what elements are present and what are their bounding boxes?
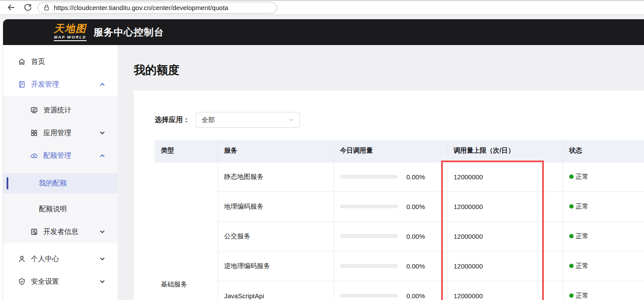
sidebar-item-label: 配额管理	[43, 151, 71, 160]
status-label: 正常	[576, 202, 589, 211]
screen: https://cloudcenter.tianditu.gov.cn/cent…	[0, 0, 644, 300]
quota-card: 选择应用： 全部 类型 服务	[134, 91, 644, 300]
usage-progress-bar	[340, 264, 398, 268]
chevron-down-icon	[99, 279, 105, 285]
sidebar-item-label: 开发者信息	[43, 227, 78, 237]
status-cell: 正常	[563, 251, 644, 281]
sidebar-item-developer-info[interactable]: 开发者信息	[3, 220, 118, 243]
sidebar-item-personal-center[interactable]: 个人中心	[3, 248, 118, 270]
status-dot	[569, 293, 574, 298]
status-label: 正常	[576, 262, 589, 270]
person-icon	[18, 255, 26, 263]
col-header-type: 类型	[155, 140, 218, 162]
url-text[interactable]: https://cloudcenter.tianditu.gov.cn/cent…	[54, 4, 228, 11]
sidebar: 首页 开发管理 资源统计	[3, 45, 118, 300]
status-label: 正常	[576, 292, 589, 300]
main-content: 我的额度 选择应用： 全部	[118, 45, 644, 300]
chevron-down-icon	[99, 256, 105, 262]
page-title: 我的额度	[134, 63, 179, 78]
col-header-usage: 今日调用量	[334, 140, 447, 162]
logo-subtitle: MAP WORLD	[54, 34, 86, 41]
usage-percent: 0.00%	[407, 203, 425, 210]
refresh-icon[interactable]	[22, 2, 33, 13]
filter-label: 选择应用：	[155, 115, 190, 125]
usage-percent: 0.00%	[407, 262, 425, 270]
status-label: 正常	[576, 232, 589, 241]
stats-board-icon	[30, 106, 38, 114]
usage-percent: 0.00%	[407, 233, 425, 240]
status-dot	[569, 204, 574, 209]
status-dot	[569, 264, 574, 268]
sidebar-item-label: 资源统计	[43, 106, 71, 115]
limit-cell: 12000000	[447, 221, 563, 251]
usage-progress-bar	[340, 205, 398, 208]
url-bar[interactable]: https://cloudcenter.tianditu.gov.cn/cent…	[38, 2, 277, 14]
home-icon	[18, 58, 26, 66]
app-header: 天地图 MAP WORLD 服务中心控制台	[3, 19, 644, 45]
status-dot	[569, 234, 574, 238]
chevron-down-icon	[99, 130, 105, 136]
usage-percent: 0.00%	[407, 173, 425, 181]
usage-progress-bar	[340, 175, 398, 178]
sidebar-item-development[interactable]: 开发管理	[3, 73, 118, 96]
limit-cell: 12000000	[447, 281, 563, 300]
limit-cell: 12000000	[447, 192, 563, 221]
chrome-strip	[0, 14, 644, 19]
sidebar-item-quota-management[interactable]: 配额管理	[3, 144, 118, 167]
service-cell: 地理编码服务	[218, 192, 334, 221]
sidebar-item-label: 首页	[31, 57, 45, 66]
sidebar-item-label: 个人中心	[31, 255, 59, 264]
col-header-service: 服务	[218, 140, 334, 162]
logo-title: 天地图	[54, 24, 87, 34]
sidebar-item-label: 我的配额	[39, 179, 67, 188]
app-frame: 天地图 MAP WORLD 服务中心控制台 首页	[3, 19, 644, 300]
sidebar-item-label: 安全设置	[31, 277, 59, 286]
col-header-status: 状态	[563, 140, 644, 162]
quota-table: 类型 服务 今日调用量 调用量上限（次/日） 状态 基础服务 静态地图服务	[155, 140, 644, 300]
sidebar-item-my-quota[interactable]: 我的配额	[3, 173, 118, 193]
service-cell: JavaScriptApi	[218, 281, 334, 300]
status-cell: 正常	[563, 221, 644, 251]
type-group-cell: 基础服务	[155, 162, 218, 300]
status-cell: 正常	[563, 192, 644, 221]
service-cell: 公交服务	[218, 221, 334, 251]
id-card-icon	[30, 228, 38, 236]
usage-percent: 0.00%	[407, 292, 425, 300]
sidebar-item-quota-description[interactable]: 配额说明	[3, 198, 118, 220]
app-select[interactable]: 全部	[196, 112, 300, 128]
back-icon[interactable]	[5, 2, 17, 13]
chevron-down-icon	[99, 229, 105, 235]
table-row: 逆地理编码服务 0.00% 12000000 正常	[155, 251, 644, 281]
status-label: 正常	[576, 173, 589, 181]
sidebar-item-label: 配额说明	[39, 205, 67, 214]
status-cell: 正常	[563, 281, 644, 300]
usage-cell: 0.00%	[334, 221, 447, 251]
browser-chrome: https://cloudcenter.tianditu.gov.cn/cent…	[0, 0, 644, 14]
chevron-down-icon	[288, 117, 294, 123]
usage-cell: 0.00%	[334, 162, 447, 192]
usage-progress-bar	[340, 294, 398, 297]
status-cell: 正常	[563, 162, 644, 192]
service-cell: 逆地理编码服务	[218, 251, 334, 281]
table-header-row: 类型 服务 今日调用量 调用量上限（次/日） 状态	[155, 140, 644, 162]
service-cell: 静态地图服务	[218, 162, 334, 192]
limit-cell: 12000000	[447, 251, 563, 281]
sidebar-item-home[interactable]: 首页	[3, 50, 118, 73]
sidebar-submenu: 资源统计 应用管理	[3, 96, 118, 243]
app-grid-icon	[30, 129, 38, 137]
sidebar-item-label: 开发管理	[31, 80, 59, 89]
sidebar-item-security-settings[interactable]: 安全设置	[3, 270, 118, 293]
chevron-up-icon	[99, 81, 105, 87]
table-row: JavaScriptApi 0.00% 12000000 正常	[155, 281, 644, 300]
shield-check-icon	[18, 278, 26, 286]
filter-row: 选择应用： 全部	[155, 112, 300, 128]
cloud-icon	[30, 152, 38, 160]
lock-icon	[43, 4, 50, 11]
sidebar-item-resource-stats[interactable]: 资源统计	[3, 99, 118, 122]
table-row: 基础服务 静态地图服务 0.00% 12000000 正常	[155, 162, 644, 192]
tianditu-logo: 天地图 MAP WORLD	[54, 24, 87, 41]
usage-cell: 0.00%	[334, 251, 447, 281]
sidebar-item-label: 应用管理	[43, 129, 71, 138]
usage-cell: 0.00%	[334, 281, 447, 300]
sidebar-item-app-management[interactable]: 应用管理	[3, 122, 118, 144]
